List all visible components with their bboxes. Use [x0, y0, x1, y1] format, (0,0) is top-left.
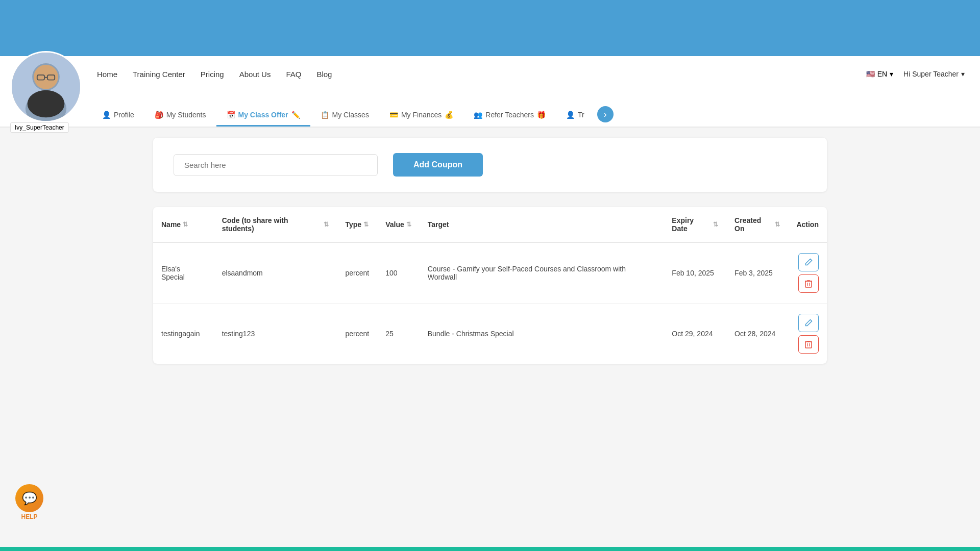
search-input[interactable] [174, 154, 378, 176]
user-menu[interactable]: Hi Super Teacher ▾ [903, 70, 965, 78]
cell-target: Course - Gamify your Self-Paced Courses … [420, 242, 664, 304]
svg-rect-12 [805, 342, 812, 348]
cell-target: Bundle - Christmas Special [420, 304, 664, 364]
col-name: Name ⇅ [153, 207, 214, 242]
col-target: Target [420, 207, 664, 242]
nav-blog[interactable]: Blog [316, 70, 332, 79]
cell-created-on: Oct 28, 2024 [726, 304, 788, 364]
user-greeting: Hi Super Teacher [903, 70, 959, 78]
tab-my-class-offer[interactable]: 📅 My Class Offer ✏️ [216, 105, 310, 127]
svg-point-4 [28, 90, 65, 118]
cell-value: 25 [377, 304, 420, 364]
cell-expiry-date: Oct 29, 2024 [664, 304, 726, 364]
edit-button[interactable] [798, 253, 819, 271]
delete-button[interactable] [798, 274, 819, 293]
col-code: Code (to share with students) ⇅ [214, 207, 337, 242]
table-header-row: Name ⇅ Code (to share with students) ⇅ T… [153, 207, 827, 242]
cell-name: Elsa's Special [153, 242, 214, 304]
chevron-down-icon: ▾ [890, 70, 893, 78]
coupons-table-container: Name ⇅ Code (to share with students) ⇅ T… [153, 207, 827, 364]
nav-home[interactable]: Home [97, 70, 117, 79]
nav-right: 🇺🇸 EN ▾ Hi Super Teacher ▾ [866, 70, 965, 78]
cell-value: 100 [377, 242, 420, 304]
coupons-table: Name ⇅ Code (to share with students) ⇅ T… [153, 207, 827, 364]
sort-icon[interactable]: ⇅ [363, 221, 369, 228]
class-offer-icon: 📅 [227, 111, 235, 119]
sort-icon[interactable]: ⇅ [713, 221, 718, 228]
tab-navigation: 👤 Profile 🎒 My Students 📅 My Class Offer… [0, 92, 980, 128]
cell-expiry-date: Feb 10, 2025 [664, 242, 726, 304]
profile-icon: 👤 [102, 111, 111, 119]
col-created-on: Created On ⇅ [726, 207, 788, 242]
refer-icon: 👥 [474, 111, 482, 119]
cell-action [788, 242, 827, 304]
top-banner [0, 0, 980, 56]
sort-icon[interactable]: ⇅ [775, 221, 780, 228]
edit-button[interactable] [798, 314, 819, 332]
flag-icon: 🇺🇸 [866, 70, 875, 78]
tab-nav-list: 👤 Profile 🎒 My Students 📅 My Class Offer… [92, 105, 595, 127]
navbar: 🎓 SUPERTEACHER Home Training Center Pric… [0, 56, 980, 92]
nav-links: Home Training Center Pricing About Us FA… [97, 70, 866, 79]
table-row: testingagain testing123 percent 25 Bundl… [153, 304, 827, 364]
table-row: Elsa's Special elsaandmom percent 100 Co… [153, 242, 827, 304]
cell-created-on: Feb 3, 2025 [726, 242, 788, 304]
search-coupon-bar: Add Coupon [153, 138, 827, 192]
tab-my-classes[interactable]: 📋 My Classes [310, 105, 379, 127]
cell-code: elsaandmom [214, 242, 337, 304]
chevron-down-icon: ▾ [961, 70, 965, 78]
avatar-label: Ivy_SuperTeacher [10, 122, 69, 133]
tab-refer-teachers[interactable]: 👥 Refer Teachers 🎁 [463, 105, 556, 127]
language-selector[interactable]: 🇺🇸 EN ▾ [866, 70, 893, 78]
nav-training-center[interactable]: Training Center [133, 70, 185, 79]
tab-my-students[interactable]: 🎒 My Students [144, 105, 216, 127]
col-type: Type ⇅ [337, 207, 377, 242]
sort-icon[interactable]: ⇅ [324, 221, 329, 228]
col-expiry-date: Expiry Date ⇅ [664, 207, 726, 242]
cell-type: percent [337, 304, 377, 364]
cell-action [788, 304, 827, 364]
nav-about-us[interactable]: About Us [239, 70, 271, 79]
tab-profile[interactable]: 👤 Profile [92, 105, 144, 127]
tab-next-button[interactable]: › [597, 106, 614, 122]
sort-icon[interactable]: ⇅ [406, 221, 411, 228]
svg-rect-8 [805, 281, 812, 287]
add-coupon-button[interactable]: Add Coupon [393, 153, 483, 177]
col-value: Value ⇅ [377, 207, 420, 242]
main-content: Add Coupon Name ⇅ Code (to share with st… [133, 128, 847, 374]
cell-code: testing123 [214, 304, 337, 364]
students-icon: 🎒 [155, 111, 163, 119]
nav-pricing[interactable]: Pricing [201, 70, 224, 79]
search-wrapper [174, 154, 378, 176]
training-icon: 👤 [566, 111, 575, 119]
tab-my-finances[interactable]: 💳 My Finances 💰 [379, 105, 463, 127]
classes-icon: 📋 [321, 111, 329, 119]
finances-icon: 💳 [389, 111, 398, 119]
sort-icon[interactable]: ⇅ [183, 221, 188, 228]
cell-type: percent [337, 242, 377, 304]
col-action: Action [788, 207, 827, 242]
language-label: EN [877, 70, 887, 78]
cell-name: testingagain [153, 304, 214, 364]
delete-button[interactable] [798, 335, 819, 354]
avatar [10, 51, 82, 122]
tab-training[interactable]: 👤 Tr [556, 105, 595, 127]
nav-faq[interactable]: FAQ [286, 70, 301, 79]
